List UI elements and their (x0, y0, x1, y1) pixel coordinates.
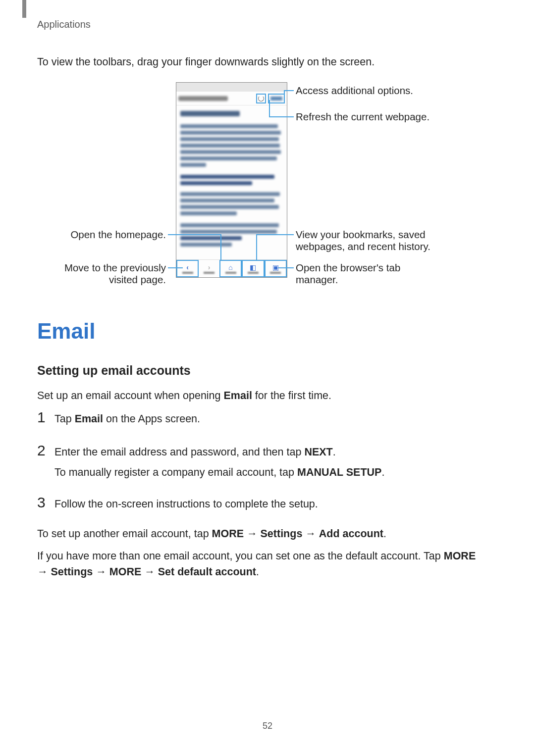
tabs-icon: ▣ (272, 263, 279, 271)
paragraph-another-account: To set up another email account, tap MOR… (37, 526, 483, 542)
bookmark-icon: ◧ (250, 263, 256, 271)
home-button[interactable]: ⌂ (219, 260, 242, 277)
step-text: Tap Email on the Apps screen. (54, 409, 483, 427)
step-text: Follow the on-screen instructions to com… (54, 494, 483, 512)
more-button[interactable] (268, 94, 285, 103)
forward-button[interactable]: › (199, 260, 219, 277)
browser-bottom-bar: ‹ › ⌂ ◧ ▣ (176, 259, 287, 277)
section-header: Applications (37, 19, 91, 30)
callout-tabs: Open the browser's tab manager. (296, 262, 425, 286)
browser-toolbar (176, 92, 287, 105)
bookmark-button[interactable]: ◧ (242, 260, 264, 277)
step-text: Enter the email address and password, an… (54, 442, 483, 481)
step-number: 2 (37, 442, 54, 458)
step-2: 2 Enter the email address and password, … (37, 442, 483, 481)
callout-bookmarks: View your bookmarks, saved webpages, and… (296, 229, 444, 252)
step-3: 3 Follow the on-screen instructions to c… (37, 494, 483, 512)
back-button[interactable]: ‹ (176, 260, 199, 277)
intro-paragraph: To view the toolbars, drag your finger d… (37, 56, 374, 68)
forward-icon: › (208, 263, 211, 271)
callout-refresh: Refresh the current webpage. (296, 111, 429, 123)
phone-content (176, 105, 287, 252)
phone-statusbar (176, 83, 287, 92)
tabs-button[interactable]: ▣ (265, 260, 287, 277)
step-1: 1 Tap Email on the Apps screen. (37, 409, 483, 427)
home-icon: ⌂ (228, 263, 232, 271)
url-field (178, 94, 256, 103)
step-number: 3 (37, 494, 54, 510)
callout-more: Access additional options. (296, 85, 413, 97)
callout-homepage: Open the homepage. (37, 229, 166, 241)
step-number: 1 (37, 409, 54, 425)
callout-back: Move to the previously visited page. (37, 262, 166, 286)
subheading-setup: Setting up email accounts (37, 363, 191, 378)
browser-diagram: ‹ › ⌂ ◧ ▣ Access additional options. Ref… (37, 82, 498, 290)
heading-email: Email (37, 319, 95, 344)
refresh-button[interactable] (256, 94, 266, 103)
page-number: 52 (0, 721, 535, 731)
paragraph-default-account: If you have more than one email account,… (37, 548, 483, 580)
refresh-icon (258, 96, 264, 101)
page-tab (22, 0, 26, 18)
back-icon: ‹ (186, 263, 189, 271)
phone-mockup: ‹ › ⌂ ◧ ▣ (176, 82, 287, 278)
paragraph-intro-email: Set up an email account when opening Ema… (37, 388, 483, 403)
more-icon (270, 97, 282, 101)
